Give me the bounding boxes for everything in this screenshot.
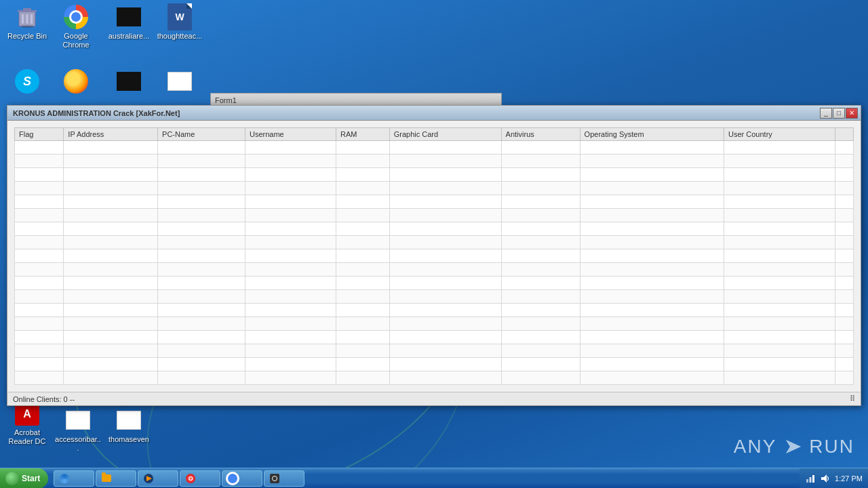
- chrome-label: Google Chrome: [52, 32, 100, 49]
- svg-rect-14: [812, 475, 814, 483]
- svg-rect-12: [806, 479, 808, 483]
- desktop-icon-accessoribar[interactable]: accessoribar...: [54, 407, 102, 453]
- status-extra: ⠿: [850, 394, 855, 403]
- online-clients-status: Online Clients: 0 --: [13, 395, 75, 403]
- taskbar-item-chrome[interactable]: [222, 470, 262, 487]
- start-orb: [5, 472, 19, 485]
- table-row: [15, 249, 854, 263]
- svg-marker-11: [786, 440, 801, 453]
- svg-marker-15: [821, 474, 827, 483]
- desktop-icon-firefox[interactable]: [52, 68, 100, 96]
- col-flag: Flag: [15, 128, 64, 141]
- col-ram: RAM: [336, 128, 389, 141]
- svg-point-6: [20, 25, 34, 28]
- svg-rect-3: [31, 14, 33, 24]
- table-row: [15, 290, 854, 304]
- taskbar-items: O: [51, 468, 800, 488]
- window-titlebar: KRONUS ADMINISTRATION Crack [XakFor.Net]…: [7, 106, 861, 121]
- table-row: [15, 182, 854, 195]
- col-username: Username: [245, 128, 336, 141]
- recycle-bin-label: Recycle Bin: [7, 32, 47, 41]
- minimize-button[interactable]: _: [820, 108, 832, 119]
- col-extra: [835, 128, 853, 141]
- table-row: [15, 168, 854, 182]
- close-button[interactable]: ✕: [846, 108, 858, 119]
- col-pc-name: PC-Name: [158, 128, 245, 141]
- network-tray-icon[interactable]: [805, 473, 816, 484]
- desktop-icon-recycle-bin[interactable]: Recycle Bin: [3, 3, 51, 41]
- table-row: [15, 263, 854, 277]
- desktop-icon-chrome[interactable]: Google Chrome: [52, 3, 100, 49]
- desktop-icon-skype[interactable]: S: [3, 68, 51, 96]
- taskbar: Start O: [0, 468, 868, 488]
- thomaseven-label: thomaseven: [108, 435, 149, 444]
- table-row: [15, 277, 854, 290]
- start-label: Start: [22, 474, 40, 483]
- table-row: [15, 344, 854, 358]
- desktop-icon-thomaseven[interactable]: thomaseven: [105, 407, 153, 444]
- window-content: Flag IP Address PC-Name Username RAM Gra…: [7, 121, 861, 392]
- taskbar-item-folder[interactable]: [96, 470, 136, 487]
- desktop: Recycle Bin Google Chrome australiare...…: [0, 0, 868, 488]
- svg-rect-2: [26, 14, 28, 24]
- svg-rect-5: [23, 8, 31, 11]
- col-user-country: User Country: [724, 128, 835, 141]
- col-ip-address: IP Address: [64, 128, 158, 141]
- taskbar-item-opera[interactable]: O: [180, 470, 220, 487]
- table-row: [15, 236, 854, 249]
- table-row: [15, 195, 854, 209]
- table-row: [15, 317, 854, 331]
- table-row: [15, 331, 854, 344]
- col-operating-system: Operating System: [580, 128, 724, 141]
- desktop-icon-blank1[interactable]: [156, 68, 203, 96]
- start-button[interactable]: Start: [0, 468, 48, 489]
- col-antivirus: Antivirus: [501, 128, 580, 141]
- accessoribar-label: accessoribar...: [54, 435, 102, 453]
- taskbar-item-security[interactable]: [264, 470, 304, 487]
- svg-rect-13: [810, 477, 812, 483]
- taskbar-tray: 1:27 PM: [800, 468, 868, 488]
- table-row: [15, 304, 854, 317]
- table-row: [15, 222, 854, 236]
- taskbar-item-ie[interactable]: [54, 470, 94, 487]
- acrobat-label: Acrobat Reader DC: [3, 428, 51, 446]
- system-time: 1:27 PM: [835, 474, 863, 483]
- table-row: [15, 141, 854, 155]
- australiare-label: australiare...: [108, 32, 150, 41]
- table-row: [15, 155, 854, 168]
- data-table: Flag IP Address PC-Name Username RAM Gra…: [14, 127, 854, 385]
- table-row: [15, 209, 854, 222]
- table-row: [15, 371, 854, 385]
- anyrun-watermark: ANY RUN: [734, 436, 854, 458]
- desktop-icon-acrobat[interactable]: A Acrobat Reader DC: [3, 400, 51, 446]
- desktop-icon-australiare[interactable]: australiare...: [105, 3, 153, 41]
- taskbar-item-wmp[interactable]: [138, 470, 178, 487]
- window-status: Online Clients: 0 -- ⠿: [7, 392, 861, 405]
- table-row: [15, 358, 854, 371]
- col-graphic-card: Graphic Card: [389, 128, 501, 141]
- window-title: KRONUS ADMINISTRATION Crack [XakFor.Net]: [10, 109, 820, 117]
- desktop-icon-black2[interactable]: [105, 68, 153, 96]
- thoughtteac-label: thoughtteac...: [157, 32, 203, 41]
- window-controls: _ □ ✕: [820, 108, 858, 119]
- sound-tray-icon[interactable]: [820, 473, 831, 484]
- form1-title: Form1: [215, 96, 237, 104]
- desktop-icon-thoughtteac[interactable]: W thoughtteac...: [156, 3, 203, 41]
- table-header-row: Flag IP Address PC-Name Username RAM Gra…: [15, 128, 854, 141]
- app-window: KRONUS ADMINISTRATION Crack [XakFor.Net]…: [7, 105, 861, 406]
- svg-text:A: A: [23, 408, 31, 420]
- maximize-button[interactable]: □: [833, 108, 845, 119]
- svg-rect-1: [22, 14, 24, 24]
